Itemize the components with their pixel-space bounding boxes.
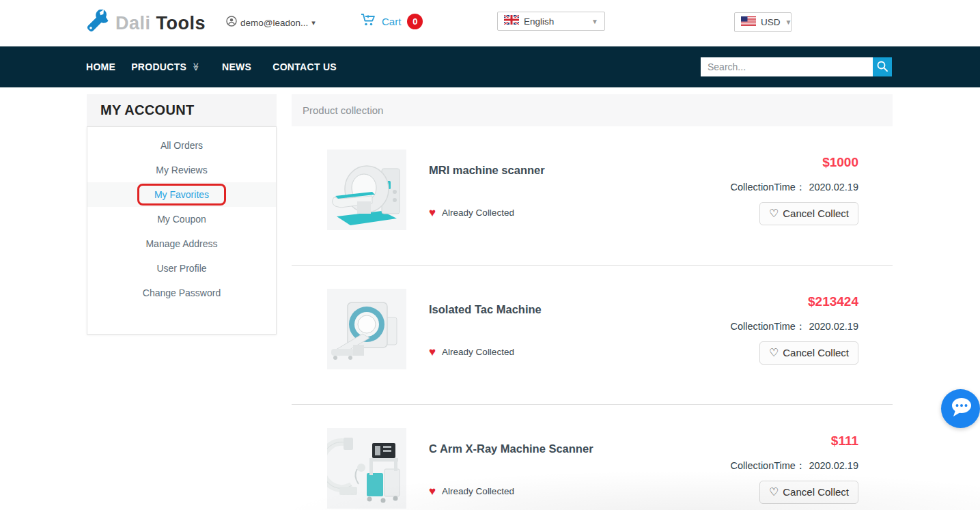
top-header: Dali Tools demo@leadon... ▾ Cart 0: [0, 0, 980, 46]
product-price: $1000: [701, 155, 858, 170]
cancel-collect-button[interactable]: ♡ Cancel Collect: [759, 341, 858, 365]
collected-status: ♥ Already Collected: [429, 485, 701, 497]
panel-title: Product collection: [292, 94, 893, 126]
nav-item-news[interactable]: NEWS: [222, 61, 251, 72]
nav-item-home[interactable]: HOME: [86, 61, 115, 72]
sidebar-item-all-orders[interactable]: All Orders: [87, 133, 276, 158]
language-selected-value: English: [524, 16, 587, 27]
account-email: demo@leadon...: [240, 18, 308, 28]
heart-outline-icon: ♡: [769, 208, 779, 219]
product-info: Isolated Tac Machine ♥ Already Collected: [429, 289, 701, 404]
product-price: $111: [701, 434, 858, 449]
product-row: C Arm X-Ray Machine Scanner ♥ Already Co…: [292, 405, 893, 510]
heart-filled-icon: ♥: [429, 207, 436, 218]
sidebar-item-manage-address[interactable]: Manage Address: [87, 231, 276, 256]
user-icon: [226, 16, 237, 29]
sidebar-title: MY ACCOUNT: [87, 94, 277, 126]
product-row: Isolated Tac Machine ♥ Already Collected…: [292, 266, 893, 405]
product-name[interactable]: C Arm X-Ray Machine Scanner: [429, 442, 701, 455]
sidebar-item-user-profile[interactable]: User Profile: [87, 256, 276, 281]
product-image-tac-machine[interactable]: [327, 289, 406, 369]
cancel-collect-label: Cancel Collect: [783, 208, 849, 219]
nav-item-contact-us[interactable]: CONTACT US: [272, 61, 337, 72]
product-image-mri-scanner[interactable]: [327, 150, 406, 230]
currency-selected-value: USD: [761, 17, 781, 27]
chat-bubble-icon: [947, 394, 975, 424]
collection-time-label: CollectionTime：: [731, 460, 806, 471]
collected-status: ♥ Already Collected: [429, 346, 701, 358]
sidebar-item-my-reviews[interactable]: My Reviews: [87, 158, 276, 182]
collection-time-value: 2020.02.19: [809, 182, 858, 193]
uk-flag-icon: [504, 15, 519, 27]
product-info: MRI machine scanner ♥ Already Collected: [429, 150, 701, 265]
language-select[interactable]: English ▼: [497, 12, 605, 31]
sidebar-item-my-favorites-label: My Favorites: [154, 189, 209, 200]
heart-filled-icon: ♥: [429, 346, 436, 358]
nav-menu: HOME PRODUCTS ≫ NEWS CONTACT US: [86, 46, 337, 87]
heart-outline-icon: ♡: [769, 487, 779, 498]
search-bar: [701, 57, 892, 76]
cart-count-badge: 0: [407, 14, 423, 29]
sidebar-item-my-favorites[interactable]: My Favorites: [87, 182, 276, 207]
brand-name: Dali Tools: [115, 13, 206, 34]
cancel-collect-button[interactable]: ♡ Cancel Collect: [759, 202, 858, 225]
product-info: C Arm X-Ray Machine Scanner ♥ Already Co…: [429, 428, 701, 510]
product-actions: $1000 CollectionTime：2020.02.19 ♡ Cancel…: [701, 150, 893, 265]
account-dropdown[interactable]: demo@leadon... ▾: [226, 16, 316, 29]
cancel-collect-label: Cancel Collect: [783, 486, 849, 498]
sidebar-item-my-coupon[interactable]: My Coupon: [87, 207, 276, 231]
brand-logo[interactable]: Dali Tools: [85, 10, 206, 37]
cart-button[interactable]: Cart 0: [361, 13, 423, 29]
cart-label: Cart: [382, 16, 401, 27]
chat-button[interactable]: [941, 389, 980, 428]
main-nav: HOME PRODUCTS ≫ NEWS CONTACT US: [0, 46, 980, 87]
product-price: $213424: [701, 294, 858, 309]
us-flag-icon: [741, 16, 756, 29]
search-icon: [876, 60, 888, 74]
collected-label: Already Collected: [442, 208, 514, 218]
nav-item-products-label: PRODUCTS: [131, 61, 186, 72]
nav-item-products[interactable]: PRODUCTS ≫: [131, 61, 201, 72]
product-name[interactable]: Isolated Tac Machine: [429, 303, 701, 316]
chevron-down-icon: ▾: [311, 19, 316, 27]
page-content: MY ACCOUNT All Orders My Reviews My Favo…: [87, 94, 893, 510]
product-actions: $213424 CollectionTime：2020.02.19 ♡ Canc…: [701, 289, 893, 404]
collection-time-value: 2020.02.19: [809, 321, 858, 332]
double-chevron-down-icon: ≫: [192, 63, 201, 72]
collected-label: Already Collected: [442, 486, 514, 496]
wrench-icon: [85, 10, 109, 37]
heart-outline-icon: ♡: [769, 348, 779, 358]
product-actions: $111 CollectionTime：2020.02.19 ♡ Cancel …: [701, 428, 893, 510]
brand-name-first: Dali: [115, 13, 151, 33]
collection-time-label: CollectionTime：: [731, 182, 806, 193]
brand-name-second: Tools: [156, 13, 206, 33]
sidebar-item-change-password[interactable]: Change Password: [87, 281, 276, 305]
collection-time-label: CollectionTime：: [731, 321, 806, 332]
cart-icon: [361, 13, 376, 29]
collected-status: ♥ Already Collected: [429, 207, 701, 218]
collection-time: CollectionTime：2020.02.19: [701, 181, 858, 194]
cancel-collect-button[interactable]: ♡ Cancel Collect: [759, 481, 858, 504]
heart-filled-icon: ♥: [429, 485, 436, 497]
cancel-collect-label: Cancel Collect: [783, 347, 849, 358]
account-sidebar: MY ACCOUNT All Orders My Reviews My Favo…: [87, 94, 277, 510]
collection-time: CollectionTime：2020.02.19: [701, 459, 858, 472]
product-image-c-arm-xray[interactable]: [327, 428, 406, 509]
collection-time: CollectionTime：2020.02.19: [701, 320, 858, 333]
sidebar-menu: All Orders My Reviews My Favorites My Co…: [87, 126, 277, 335]
collection-time-value: 2020.02.19: [809, 460, 858, 471]
collected-label: Already Collected: [442, 347, 514, 357]
search-button[interactable]: [873, 57, 892, 76]
product-row: MRI machine scanner ♥ Already Collected …: [292, 126, 893, 266]
search-input[interactable]: [701, 57, 873, 76]
product-name[interactable]: MRI machine scanner: [429, 164, 701, 177]
chevron-down-icon: ▼: [785, 18, 792, 26]
currency-select[interactable]: USD ▼: [734, 12, 792, 32]
chevron-down-icon: ▼: [591, 18, 598, 25]
favorites-panel: Product collection MR: [292, 94, 893, 510]
